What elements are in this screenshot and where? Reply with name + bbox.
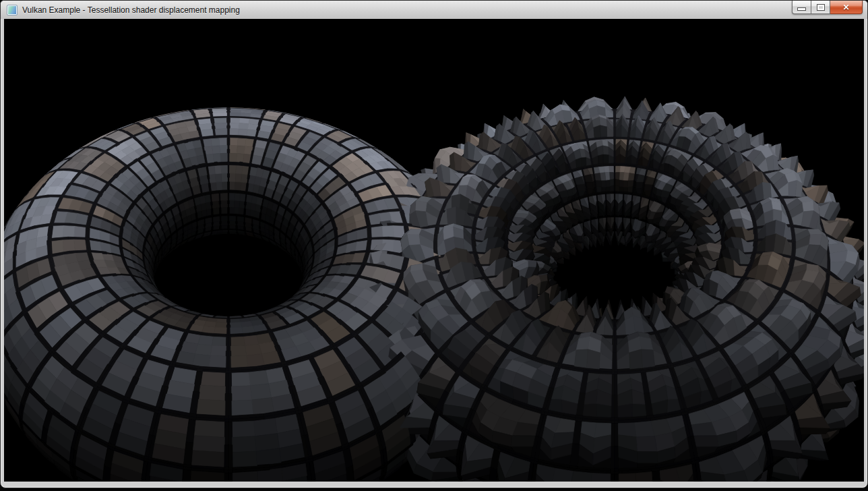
maximize-button[interactable] [811,1,830,14]
close-button[interactable]: ✕ [830,1,863,14]
caption-buttons: ✕ [792,1,863,14]
app-window: Vulkan Example - Tessellation shader dis… [0,0,868,488]
maximize-icon [817,4,825,11]
minimize-icon [797,7,806,11]
titlebar[interactable]: Vulkan Example - Tessellation shader dis… [1,1,867,19]
vulkan-render-canvas[interactable] [4,19,864,482]
render-viewport [4,19,864,482]
close-icon: ✕ [842,3,849,11]
application-icon [7,5,18,16]
window-title: Vulkan Example - Tessellation shader dis… [22,5,240,15]
minimize-button[interactable] [792,1,811,14]
